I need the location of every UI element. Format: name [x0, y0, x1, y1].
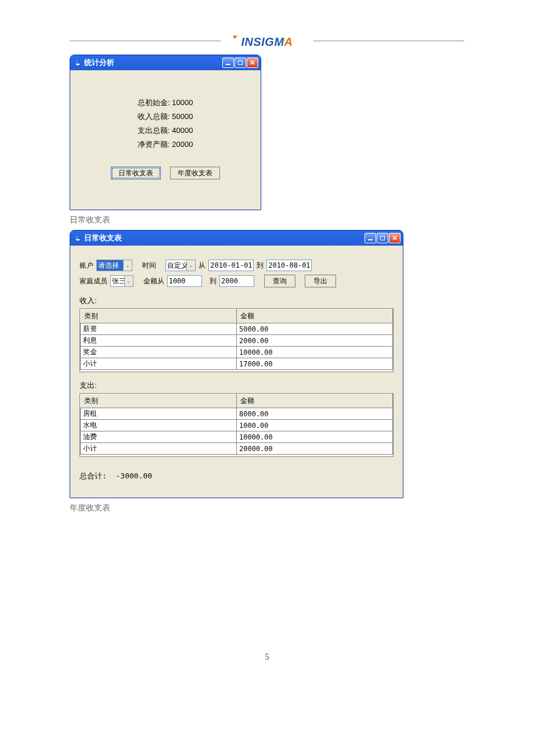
to-label: 到 — [257, 261, 264, 271]
daily-report-window: 日常收支表 ✕ 账户 ⌄ 时间 ⌄ — [70, 230, 403, 498]
page-number: 5 — [70, 653, 464, 662]
export-button[interactable]: 导出 — [305, 275, 336, 287]
time-label: 时间 — [142, 261, 156, 271]
stats-window: 统计分析 ✕ 总初始金: 10000 收入总额: 50000 支出总额: 400… — [70, 55, 261, 210]
stat-income: 收入总额: 50000 — [138, 110, 251, 124]
date-from-input[interactable] — [208, 260, 254, 271]
caption-annual: 年度收支表 — [70, 503, 464, 513]
stat-net: 净资产额: 20000 — [138, 138, 251, 152]
table-row: 水电1000.00 — [81, 420, 393, 431]
grand-total: 总合计: -3000.00 — [80, 471, 394, 481]
maximize-button[interactable] — [377, 233, 388, 243]
time-select[interactable] — [165, 260, 196, 271]
from-label: 从 — [199, 261, 205, 271]
member-label: 家庭成员 — [80, 276, 107, 286]
table-row: 房租8000.00 — [81, 408, 393, 420]
close-button[interactable]: ✕ — [247, 57, 258, 68]
amount-from-label: 金额从 — [143, 276, 164, 286]
titlebar[interactable]: 日常收支表 ✕ — [70, 231, 403, 246]
table-row: 奖金10000.00 — [81, 347, 393, 358]
account-label: 账户 — [80, 261, 93, 271]
table-row: 油费10000.00 — [81, 431, 393, 443]
logo: ▸ INSIGMA — [221, 34, 313, 50]
maximize-button[interactable] — [234, 57, 246, 68]
minimize-button[interactable] — [365, 233, 376, 243]
window-title: 统计分析 — [84, 57, 222, 68]
col-category: 类别 — [81, 309, 237, 323]
table-row: 小计20000.00 — [81, 443, 393, 455]
member-select[interactable] — [110, 275, 134, 287]
amount-to-input[interactable] — [219, 275, 254, 287]
minimize-button[interactable] — [222, 57, 234, 68]
java-icon — [74, 59, 82, 67]
amount-from-input[interactable] — [167, 275, 202, 287]
titlebar[interactable]: 统计分析 ✕ — [70, 55, 261, 70]
col-amount: 金额 — [237, 394, 393, 408]
close-button[interactable]: ✕ — [389, 233, 400, 243]
col-category: 类别 — [81, 394, 237, 408]
java-icon — [74, 234, 82, 242]
income-table: 类别 金额 薪资5000.00利息2000.00奖金10000.00小计1700… — [80, 309, 393, 370]
window-title: 日常收支表 — [84, 233, 365, 243]
table-row: 小计17000.00 — [81, 358, 393, 370]
stat-init: 总初始金: 10000 — [138, 96, 251, 110]
stat-expense: 支出总额: 40000 — [138, 124, 251, 138]
account-select[interactable] — [96, 260, 132, 271]
table-row: 薪资5000.00 — [81, 323, 393, 335]
table-row: 利息2000.00 — [81, 335, 393, 347]
expense-title: 支出: — [80, 380, 394, 391]
amount-to-label: 到 — [210, 276, 217, 286]
query-button[interactable]: 查询 — [264, 275, 295, 287]
expense-table: 类别 金额 房租8000.00水电1000.00油费10000.00小计2000… — [80, 394, 393, 455]
caption-daily: 日常收支表 — [70, 215, 464, 225]
date-to-input[interactable] — [266, 260, 312, 271]
income-title: 收入: — [80, 296, 394, 306]
annual-report-button[interactable]: 年度收支表 — [170, 167, 220, 179]
col-amount: 金额 — [237, 309, 393, 323]
daily-report-button[interactable]: 日常收支表 — [111, 167, 161, 179]
